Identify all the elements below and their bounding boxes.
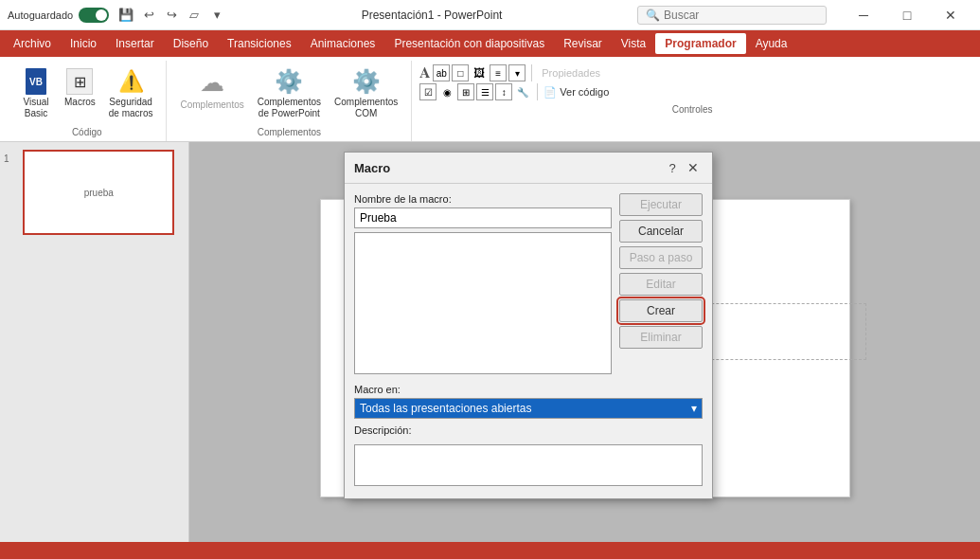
- ejecutar-button[interactable]: Ejecutar: [619, 193, 703, 216]
- slide-1-text: prueba: [84, 188, 114, 198]
- macro-en-value: Todas las presentaciones abiertas: [360, 402, 531, 415]
- cancelar-button[interactable]: Cancelar: [619, 220, 703, 243]
- ctrl-scroll-icon[interactable]: ≡: [490, 64, 507, 81]
- ctrl-tool-icon[interactable]: 🔧: [514, 83, 531, 100]
- ctrl-box-icon[interactable]: □: [452, 64, 469, 81]
- controles-group-label: Controles: [419, 104, 965, 115]
- close-button[interactable]: ✕: [929, 0, 972, 30]
- ctrl-img-icon[interactable]: 🖼: [471, 64, 488, 81]
- menu-revisar[interactable]: Revisar: [554, 33, 612, 54]
- menu-animaciones[interactable]: Animaciones: [301, 33, 385, 54]
- ctrl-radio-icon[interactable]: ◉: [438, 83, 455, 100]
- nombre-label: Nombre de la macro:: [354, 193, 612, 205]
- seguridad-macros-label: Seguridadde macros: [109, 97, 153, 119]
- menu-transiciones[interactable]: Transiciones: [218, 33, 301, 54]
- codigo-items: VB VisualBasic ⊞ Macros ⚠️ Seguridadde m…: [15, 64, 158, 123]
- autosave-toggle[interactable]: [79, 8, 109, 23]
- main-area: 1 prueba título Macro ? ✕ Nombre de la m: [0, 142, 980, 554]
- menu-programador[interactable]: Programador: [655, 33, 745, 54]
- complementos-powerpoint-label: Complementosde PowerPoint: [258, 97, 321, 119]
- macros-label: Macros: [64, 97, 96, 108]
- modal-help-button[interactable]: ?: [663, 158, 682, 177]
- ctrl-ab-icon[interactable]: ab: [433, 64, 450, 81]
- title-bar-icons: 💾 ↩ ↪ ▱ ▾: [116, 6, 226, 25]
- maximize-button[interactable]: □: [885, 0, 929, 30]
- modal-controls: ? ✕: [663, 158, 703, 177]
- macros-button[interactable]: ⊞ Macros: [59, 64, 101, 112]
- visual-basic-label: VisualBasic: [23, 97, 48, 119]
- minimize-button[interactable]: ─: [842, 0, 885, 30]
- slide-1-number: 1: [4, 153, 9, 164]
- eliminar-button[interactable]: Eliminar: [619, 326, 703, 349]
- ribbon-group-codigo: VB VisualBasic ⊞ Macros ⚠️ Seguridadde m…: [8, 61, 167, 141]
- menu-archivo[interactable]: Archivo: [4, 33, 61, 54]
- ver-codigo-label: Ver código: [560, 86, 609, 98]
- complementos-com-label: ComplementosCOM: [334, 97, 398, 119]
- macro-en-select[interactable]: Todas las presentaciones abiertas ▾: [354, 398, 703, 419]
- macro-dialog: Macro ? ✕ Nombre de la macro: Ejecutar C…: [344, 152, 713, 499]
- menu-bar: Archivo Inicio Insertar Diseño Transicio…: [0, 30, 980, 57]
- seguridad-macros-button[interactable]: ⚠️ Seguridadde macros: [103, 64, 159, 123]
- propiedades-button[interactable]: Propiedades: [538, 66, 604, 80]
- modal-body: Nombre de la macro: Ejecutar Cancelar Pa…: [345, 184, 712, 384]
- redo-icon[interactable]: ↪: [162, 6, 181, 25]
- menu-insertar[interactable]: Insertar: [106, 33, 164, 54]
- codigo-group-label: Código: [15, 127, 158, 137]
- complementos-items: ☁ Complementos ⚙️ Complementosde PowerPo…: [174, 64, 403, 123]
- paso-a-paso-button[interactable]: Paso a paso: [619, 246, 703, 269]
- modal-close-button[interactable]: ✕: [684, 158, 703, 177]
- modal-footer: Macro en: Todas las presentaciones abier…: [345, 384, 712, 498]
- search-bar[interactable]: 🔍: [637, 6, 827, 25]
- title-bar: Autoguardado 💾 ↩ ↪ ▱ ▾ Presentación1 - P…: [0, 0, 980, 30]
- crear-button[interactable]: Crear: [619, 299, 703, 322]
- menu-ayuda[interactable]: Ayuda: [746, 33, 797, 54]
- complementos-com-button[interactable]: ⚙️ ComplementosCOM: [329, 64, 403, 123]
- macro-en-chevron: ▾: [691, 402, 697, 415]
- nombre-input[interactable]: [354, 207, 612, 228]
- present-icon[interactable]: ▱: [185, 6, 204, 25]
- menu-presentacion[interactable]: Presentación con diapositivas: [384, 33, 554, 54]
- slide-panel: 1 prueba: [0, 142, 189, 554]
- status-bar: [0, 542, 980, 559]
- search-icon: 🔍: [646, 9, 660, 22]
- complementos-button[interactable]: ☁ Complementos: [174, 64, 249, 115]
- search-input[interactable]: [664, 9, 815, 22]
- macro-en-label: Macro en:: [354, 384, 703, 395]
- ctrl-grid-icon[interactable]: ⊞: [457, 83, 474, 100]
- visual-basic-button[interactable]: VB VisualBasic: [15, 64, 57, 123]
- menu-diseño[interactable]: Diseño: [164, 33, 218, 54]
- descripcion-input[interactable]: [354, 444, 703, 486]
- ribbon: VB VisualBasic ⊞ Macros ⚠️ Seguridadde m…: [0, 57, 980, 142]
- ctrl-spin-icon[interactable]: ↕: [495, 83, 512, 100]
- undo-icon[interactable]: ↩: [139, 6, 158, 25]
- autosave-label: Autoguardado: [8, 9, 73, 21]
- ctrl-check-icon[interactable]: ☑: [419, 83, 437, 100]
- menu-inicio[interactable]: Inicio: [61, 33, 106, 54]
- app-title: Presentación1 - PowerPoint: [234, 9, 630, 22]
- modal-title-bar: Macro ? ✕: [345, 153, 712, 184]
- ctrl-text-icon[interactable]: 𝐀: [419, 64, 431, 81]
- ribbon-group-controles: 𝐀 ab □ 🖼 ≡ ▾ Propiedades ☑ ◉ ⊞ ☰ ↕ 🔧 📄: [412, 61, 972, 141]
- modal-title: Macro: [354, 161, 390, 175]
- ctrl-listbox-icon[interactable]: ☰: [476, 83, 493, 100]
- slide-1-container: 1 prueba: [4, 150, 185, 235]
- customize-icon[interactable]: ▾: [207, 6, 226, 25]
- ctrl-combo-icon[interactable]: ▾: [508, 64, 526, 81]
- ver-codigo-icon: 📄: [543, 86, 557, 99]
- complementos-label: Complementos: [180, 99, 243, 111]
- menu-vista[interactable]: Vista: [612, 33, 655, 54]
- save-icon[interactable]: 💾: [116, 6, 135, 25]
- modal-left: Nombre de la macro:: [354, 193, 612, 374]
- ver-codigo-button[interactable]: 📄 Ver código: [543, 86, 609, 99]
- modal-right: Ejecutar Cancelar Paso a paso Editar Cre…: [619, 193, 703, 374]
- title-bar-left: Autoguardado: [8, 8, 109, 23]
- complementos-powerpoint-button[interactable]: ⚙️ Complementosde PowerPoint: [252, 64, 327, 123]
- editar-button[interactable]: Editar: [619, 273, 703, 296]
- complementos-group-label: Complementos: [174, 127, 403, 137]
- ribbon-group-complementos: ☁ Complementos ⚙️ Complementosde PowerPo…: [167, 61, 412, 141]
- slide-1-thumb[interactable]: prueba: [23, 150, 174, 235]
- macro-list[interactable]: [354, 232, 612, 374]
- descripcion-label: Descripción:: [354, 424, 703, 436]
